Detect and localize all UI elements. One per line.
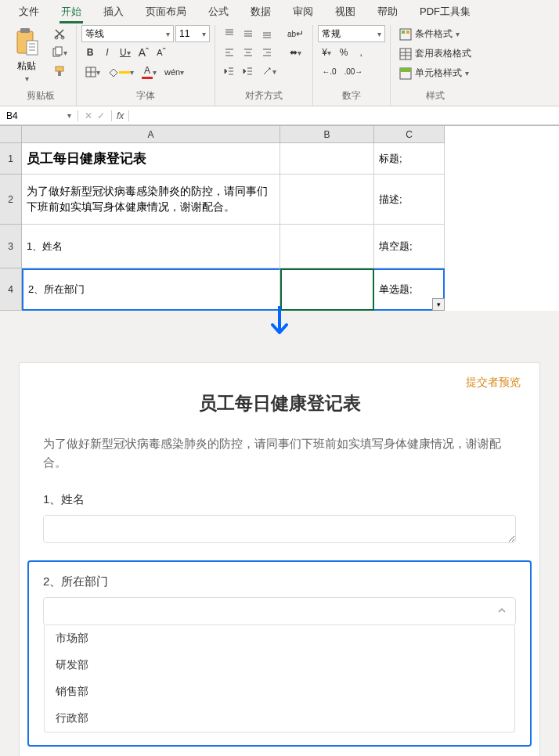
paste-label: 粘贴 (17, 59, 36, 73)
align-right-button[interactable] (258, 44, 275, 61)
copy-button[interactable]: ▾ (47, 44, 71, 61)
format-as-table-button[interactable]: 套用表格格式 (395, 45, 475, 63)
column-header-c[interactable]: C (374, 126, 445, 143)
group-number: 常规▾ ¥▾ % , ←.0 .00→ 数字 (313, 25, 391, 106)
cell-styles-button[interactable]: 单元格样式▾ (395, 64, 473, 82)
fill-color-button[interactable]: ▾ (104, 63, 138, 81)
font-color-button[interactable]: A▾ (138, 63, 160, 81)
cell-c2[interactable]: 描述; (374, 175, 445, 225)
decrease-decimal-button[interactable]: .00→ (340, 63, 366, 80)
tab-formulas[interactable]: 公式 (197, 2, 240, 22)
group-clipboard: 粘贴 ▾ ▾ 剪贴板 (5, 25, 77, 106)
option-sales[interactable]: 销售部 (45, 679, 514, 705)
merge-button[interactable]: ⬌▾ (283, 44, 308, 61)
question-name-block: 1、姓名 (43, 492, 516, 546)
option-rd[interactable]: 研发部 (45, 652, 514, 679)
wrap-text-button[interactable]: ab↵ (283, 25, 308, 42)
tab-pagelayout[interactable]: 页面布局 (135, 2, 197, 22)
increase-indent-button[interactable] (239, 63, 258, 80)
cell-a3[interactable]: 1、姓名 (22, 225, 280, 268)
italic-button[interactable]: I (99, 44, 116, 61)
department-options-list: 市场部 研发部 销售部 行政部 (44, 625, 515, 733)
number-format-select[interactable]: 常规▾ (318, 25, 385, 42)
fx-button[interactable]: fx (111, 110, 129, 121)
group-font: 等线▾ 11▾ B I U▾ Aˆ Aˇ ▾ ▾ A▾ wén▾ 字体 (77, 25, 215, 106)
svg-rect-1 (20, 28, 30, 33)
option-marketing[interactable]: 市场部 (45, 625, 514, 652)
format-painter-button[interactable] (47, 63, 71, 80)
formula-bar: B4▾ ✕ ✓ fx (0, 106, 559, 125)
submitter-preview-link[interactable]: 提交者预览 (466, 376, 521, 390)
cell-a1[interactable]: 员工每日健康登记表 (22, 143, 280, 175)
tab-data[interactable]: 数据 (240, 2, 282, 22)
column-header-a[interactable]: A (22, 126, 280, 143)
percent-button[interactable]: % (335, 44, 352, 61)
border-button[interactable]: ▾ (81, 63, 104, 81)
comma-button[interactable]: , (352, 44, 370, 61)
select-all-corner[interactable] (0, 126, 22, 143)
cut-button[interactable] (47, 25, 71, 42)
cell-c1[interactable]: 标题; (374, 143, 445, 175)
row-header-3[interactable]: 3 (0, 225, 22, 268)
tab-insert[interactable]: 插入 (92, 2, 135, 22)
group-alignment: ▾ ab↵ ⬌▾ 对齐方式 (215, 25, 313, 106)
cancel-icon[interactable]: ✕ (85, 110, 92, 121)
grow-font-button[interactable]: Aˆ (135, 44, 153, 61)
tab-file[interactable]: 文件 (8, 2, 50, 22)
orientation-button[interactable]: ▾ (258, 63, 280, 80)
name-input[interactable] (43, 515, 516, 543)
cell-a2[interactable]: 为了做好新型冠状病毒感染肺炎的防控，请同事们下班前如实填写身体健康情况，谢谢配合… (22, 175, 280, 225)
group-styles: 条件格式▾ 套用表格格式 单元格样式▾ 样式 (391, 25, 480, 106)
svg-rect-7 (56, 67, 63, 71)
cell-b3[interactable] (280, 225, 374, 268)
arrow-down-icon (268, 306, 291, 344)
row-header-1[interactable]: 1 (0, 143, 22, 175)
cell-b2[interactable] (280, 175, 374, 225)
department-select[interactable] (43, 597, 516, 625)
phonetic-button[interactable]: wén▾ (160, 63, 188, 81)
cell-b4[interactable] (280, 268, 374, 311)
svg-rect-8 (58, 71, 61, 76)
cell-c4[interactable]: 单选题; ▾ (374, 268, 445, 311)
underline-button[interactable]: U▾ (116, 44, 135, 61)
group-font-label: 字体 (136, 88, 155, 106)
cell-b1[interactable] (280, 143, 374, 175)
align-bottom-button[interactable] (258, 25, 275, 42)
chevron-down-icon: ▾ (25, 74, 29, 83)
ribbon-tabs: 文件 开始 插入 页面布局 公式 数据 审阅 视图 帮助 PDF工具集 (0, 0, 559, 22)
tab-view[interactable]: 视图 (324, 2, 366, 22)
tab-help[interactable]: 帮助 (366, 2, 409, 22)
tab-review[interactable]: 审阅 (282, 2, 324, 22)
bold-button[interactable]: B (81, 44, 99, 61)
row-header-2[interactable]: 2 (0, 175, 22, 225)
cell-a4[interactable]: 2、所在部门 (22, 268, 280, 311)
dropdown-arrow-icon[interactable]: ▾ (432, 298, 445, 311)
cell-c3[interactable]: 填空题; (374, 225, 445, 268)
paste-icon (13, 27, 41, 58)
row-header-4[interactable]: 4 (0, 268, 22, 311)
svg-rect-6 (56, 47, 62, 55)
tab-pdftools[interactable]: PDF工具集 (409, 2, 481, 22)
align-center-button[interactable] (239, 44, 256, 61)
align-left-button[interactable] (220, 44, 237, 61)
tab-home[interactable]: 开始 (50, 2, 92, 22)
form-preview-wrap: 提交者预览 员工每日健康登记表 为了做好新型冠状病毒感染肺炎的防控，请同事们下班… (0, 342, 559, 756)
paste-button[interactable]: 粘贴 ▾ (9, 25, 44, 85)
name-box[interactable]: B4▾ (0, 110, 78, 121)
spreadsheet-grid[interactable]: A B C 1 员工每日健康登记表 标题; 2 为了做好新型冠状病毒感染肺炎的防… (0, 125, 559, 311)
align-middle-button[interactable] (239, 25, 256, 42)
conditional-format-button[interactable]: 条件格式▾ (395, 25, 463, 43)
font-family-select[interactable]: 等线▾ (81, 25, 174, 42)
ribbon-toolbar: 粘贴 ▾ ▾ 剪贴板 等线▾ 11▾ B I (0, 22, 559, 106)
group-clipboard-label: 剪贴板 (27, 88, 55, 106)
align-top-button[interactable] (220, 25, 237, 42)
column-header-b[interactable]: B (280, 126, 374, 143)
decrease-indent-button[interactable] (220, 63, 239, 80)
question-department-label: 2、所在部门 (43, 574, 516, 589)
shrink-font-button[interactable]: Aˇ (153, 44, 170, 61)
currency-button[interactable]: ¥▾ (318, 44, 335, 61)
option-admin[interactable]: 行政部 (45, 705, 514, 732)
confirm-icon[interactable]: ✓ (97, 110, 105, 121)
font-size-select[interactable]: 11▾ (175, 25, 210, 42)
increase-decimal-button[interactable]: ←.0 (318, 63, 340, 80)
